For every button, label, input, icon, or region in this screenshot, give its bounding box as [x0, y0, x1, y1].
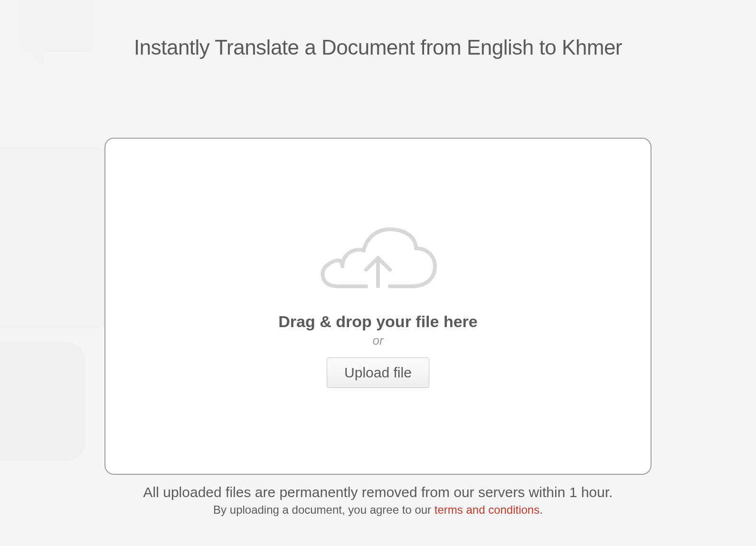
agreement-notice: By uploading a document, you agree to ou… — [104, 503, 652, 517]
notice-container: All uploaded files are permanently remov… — [104, 484, 652, 517]
terms-and-conditions-link[interactable]: terms and conditions — [435, 503, 539, 516]
or-separator: or — [372, 333, 383, 348]
background-bubble-decoration — [19, 0, 95, 52]
background-shape-decoration-2 — [0, 342, 85, 461]
drag-drop-label: Drag & drop your file here — [278, 312, 477, 331]
upload-file-button[interactable]: Upload file — [327, 358, 429, 388]
upload-dropzone[interactable]: Drag & drop your file here or Upload fil… — [104, 138, 652, 475]
file-removal-notice: All uploaded files are permanently remov… — [104, 484, 652, 500]
agreement-prefix: By uploading a document, you agree to ou… — [213, 503, 435, 516]
agreement-suffix: . — [539, 503, 543, 516]
page-title: Instantly Translate a Document from Engl… — [0, 36, 756, 59]
cloud-upload-icon — [316, 225, 440, 296]
